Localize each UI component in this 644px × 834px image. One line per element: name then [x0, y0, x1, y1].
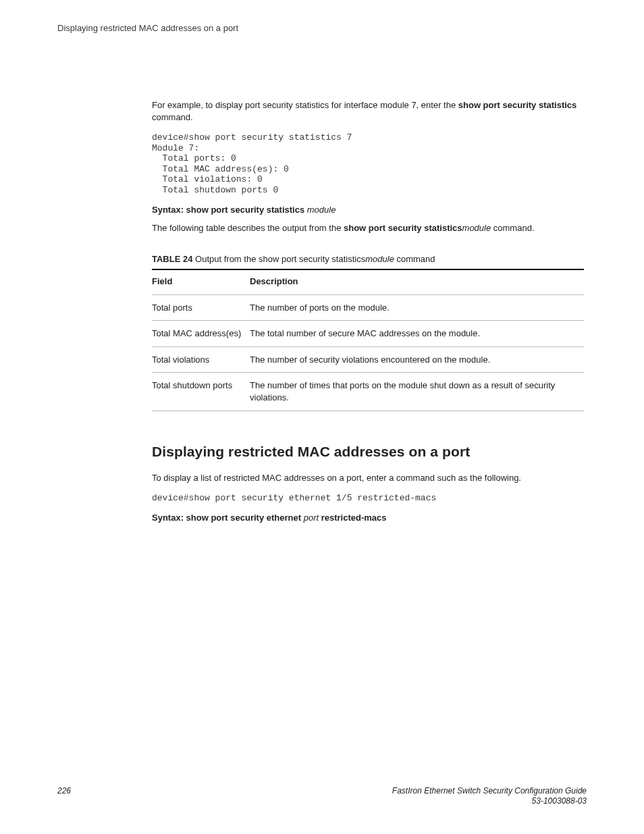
- table-caption-text-1: Output from the show port security stati…: [195, 254, 365, 264]
- table-row: Total MAC address(es) The total number o…: [152, 321, 584, 347]
- table-caption: TABLE 24 Output from the show port secur…: [152, 253, 584, 265]
- table-caption-italic: module: [365, 254, 394, 264]
- cell-field: Total ports: [152, 294, 250, 321]
- section-heading: Displaying restricted MAC addresses on a…: [152, 442, 584, 461]
- th-desc: Description: [250, 269, 584, 294]
- intro-suffix: command.: [152, 112, 193, 122]
- page-footer: 226 FastIron Ethernet Switch Security Co…: [57, 786, 587, 807]
- footer-guide: FastIron Ethernet Switch Security Config…: [392, 786, 587, 807]
- table-label: TABLE 24: [152, 254, 195, 264]
- intro-prefix: For example, to display port security st…: [152, 100, 458, 110]
- table-header-row: Field Description: [152, 269, 584, 294]
- table-intro-suffix: command.: [491, 223, 534, 233]
- cell-desc: The number of security violations encoun…: [250, 346, 584, 373]
- cell-desc: The number of times that ports on the mo…: [250, 373, 584, 411]
- intro-command: show port security statistics: [458, 100, 577, 110]
- cell-desc: The total number of secure MAC addresses…: [250, 321, 584, 347]
- code-output-1: device#show port security statistics 7 M…: [152, 132, 584, 196]
- page-number: 226: [57, 786, 71, 796]
- syntax-arg: module: [304, 205, 336, 215]
- cell-field: Total violations: [152, 346, 250, 373]
- syntax-line-1: Syntax: show port security statistics mo…: [152, 204, 584, 216]
- intro-paragraph: For example, to display port security st…: [152, 99, 584, 123]
- cell-desc: The number of ports on the module.: [250, 294, 584, 321]
- table-intro-bold: show port security statistics: [344, 223, 462, 233]
- table-intro-italic: module: [462, 223, 491, 233]
- output-table: Field Description Total ports The number…: [152, 269, 584, 411]
- footer-guide-title: FastIron Ethernet Switch Security Config…: [392, 786, 587, 797]
- table-intro: The following table describes the output…: [152, 222, 584, 234]
- table-row: Total shutdown ports The number of times…: [152, 373, 584, 411]
- table-intro-prefix: The following table describes the output…: [152, 223, 344, 233]
- syntax-label: Syntax:: [152, 205, 186, 215]
- th-field: Field: [152, 269, 250, 294]
- syntax-italic: port: [301, 513, 321, 523]
- table-caption-text-2: command: [394, 254, 435, 264]
- syntax-label: Syntax:: [152, 513, 186, 523]
- syntax-bold-1: show port security ethernet: [186, 513, 301, 523]
- running-header: Displaying restricted MAC addresses on a…: [57, 23, 587, 33]
- syntax-command: show port security statistics: [186, 205, 305, 215]
- section-intro: To display a list of restricted MAC addr…: [152, 472, 584, 484]
- table-row: Total ports The number of ports on the m…: [152, 294, 584, 321]
- syntax-bold-2: restricted-macs: [321, 513, 387, 523]
- main-content: For example, to display port security st…: [152, 99, 584, 524]
- cell-field: Total shutdown ports: [152, 373, 250, 411]
- cell-field: Total MAC address(es): [152, 321, 250, 347]
- syntax-line-2: Syntax: show port security ethernet port…: [152, 512, 584, 524]
- footer-doc-number: 53-1003088-03: [392, 796, 587, 807]
- code-output-2: device#show port security ethernet 1/5 r…: [152, 493, 584, 504]
- table-row: Total violations The number of security …: [152, 346, 584, 373]
